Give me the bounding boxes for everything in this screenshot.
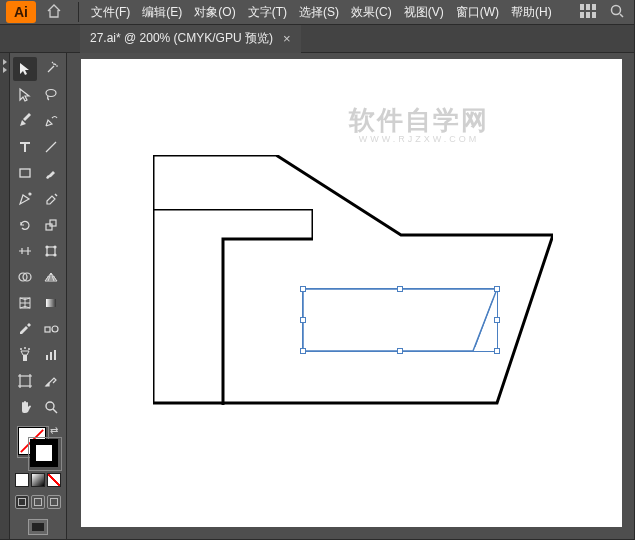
- resize-handle[interactable]: [300, 286, 306, 292]
- draw-behind-icon[interactable]: [31, 495, 45, 509]
- document-tab-title: 27.ai* @ 200% (CMYK/GPU 预览): [90, 30, 273, 47]
- svg-rect-25: [23, 355, 27, 361]
- chevron-right-icon: [3, 59, 7, 65]
- svg-rect-5: [592, 12, 596, 18]
- screen-mode-icon[interactable]: [28, 519, 48, 535]
- panel-collapse-strip[interactable]: [0, 53, 10, 539]
- svg-line-34: [53, 409, 57, 413]
- svg-rect-2: [592, 4, 596, 10]
- svg-rect-31: [54, 350, 56, 360]
- menu-select[interactable]: 选择(S): [293, 4, 345, 21]
- close-tab-icon[interactable]: ×: [283, 31, 291, 46]
- slice-tool[interactable]: [39, 369, 63, 393]
- watermark-text: 软件自学网 WWW.RJZXW.COM: [349, 107, 489, 144]
- home-icon[interactable]: [46, 3, 62, 22]
- artboard-tool[interactable]: [13, 369, 37, 393]
- svg-line-9: [46, 142, 56, 152]
- resize-handle[interactable]: [494, 348, 500, 354]
- artboard[interactable]: 软件自学网 WWW.RJZXW.COM: [81, 59, 622, 527]
- svg-point-11: [29, 193, 31, 195]
- resize-handle[interactable]: [397, 286, 403, 292]
- menu-file[interactable]: 文件(F): [85, 4, 136, 21]
- scale-tool[interactable]: [39, 213, 63, 237]
- width-tool[interactable]: [13, 239, 37, 263]
- selection-tool[interactable]: [13, 57, 37, 81]
- perspective-grid-tool[interactable]: [39, 265, 63, 289]
- vector-shape-step[interactable]: [153, 209, 313, 405]
- color-none-icon[interactable]: [47, 473, 61, 487]
- svg-rect-12: [46, 224, 52, 230]
- svg-point-24: [52, 326, 58, 332]
- resize-handle[interactable]: [300, 317, 306, 323]
- menu-object[interactable]: 对象(O): [188, 4, 241, 21]
- color-solid-icon[interactable]: [15, 473, 29, 487]
- eyedropper-tool[interactable]: [13, 317, 37, 341]
- lasso-tool[interactable]: [39, 83, 63, 107]
- svg-rect-3: [580, 12, 584, 18]
- main-area: ⇄ 软件自学网 WWW.RJZXW.COM: [0, 53, 634, 539]
- curvature-tool[interactable]: [39, 109, 63, 133]
- zoom-tool[interactable]: [39, 395, 63, 419]
- svg-rect-0: [580, 4, 584, 10]
- shape-builder-tool[interactable]: [13, 265, 37, 289]
- app-logo: Ai: [6, 1, 36, 23]
- fill-stroke-swatch[interactable]: ⇄: [16, 425, 60, 469]
- chevron-right-icon: [3, 67, 7, 73]
- direct-selection-tool[interactable]: [13, 83, 37, 107]
- canvas-viewport[interactable]: 软件自学网 WWW.RJZXW.COM: [67, 53, 634, 539]
- hand-tool[interactable]: [13, 395, 37, 419]
- free-transform-tool[interactable]: [39, 239, 63, 263]
- tool-panel: ⇄: [10, 53, 67, 539]
- menu-effect[interactable]: 效果(C): [345, 4, 398, 21]
- draw-inside-icon[interactable]: [47, 495, 61, 509]
- gradient-tool[interactable]: [39, 291, 63, 315]
- rotate-tool[interactable]: [13, 213, 37, 237]
- document-tab[interactable]: 27.ai* @ 200% (CMYK/GPU 预览) ×: [80, 25, 301, 53]
- resize-handle[interactable]: [494, 286, 500, 292]
- svg-rect-30: [50, 352, 52, 360]
- rectangle-tool[interactable]: [13, 161, 37, 185]
- menu-type[interactable]: 文字(T): [242, 4, 293, 21]
- stroke-color-icon[interactable]: [30, 439, 58, 467]
- mesh-tool[interactable]: [13, 291, 37, 315]
- draw-modes: [15, 495, 61, 509]
- svg-rect-32: [20, 376, 30, 386]
- resize-handle[interactable]: [397, 348, 403, 354]
- menu-edit[interactable]: 编辑(E): [136, 4, 188, 21]
- svg-rect-23: [45, 327, 50, 332]
- type-tool[interactable]: [13, 135, 37, 159]
- svg-point-26: [20, 348, 22, 350]
- paintbrush-tool[interactable]: [39, 161, 63, 185]
- svg-line-7: [620, 14, 623, 17]
- document-tabbar: 27.ai* @ 200% (CMYK/GPU 预览) ×: [0, 25, 634, 53]
- workspace-switcher-icon[interactable]: [580, 4, 596, 21]
- separator: [78, 2, 79, 22]
- shaper-tool[interactable]: [13, 187, 37, 211]
- line-segment-tool[interactable]: [39, 135, 63, 159]
- svg-rect-1: [586, 4, 590, 10]
- svg-point-17: [46, 254, 48, 256]
- symbol-sprayer-tool[interactable]: [13, 343, 37, 367]
- svg-point-18: [54, 254, 56, 256]
- svg-point-8: [46, 90, 56, 97]
- svg-point-6: [612, 5, 621, 14]
- eraser-tool[interactable]: [39, 187, 63, 211]
- resize-handle[interactable]: [300, 348, 306, 354]
- draw-normal-icon[interactable]: [15, 495, 29, 509]
- blend-tool[interactable]: [39, 317, 63, 341]
- resize-handle[interactable]: [494, 317, 500, 323]
- svg-rect-10: [20, 169, 30, 177]
- menu-view[interactable]: 视图(V): [398, 4, 450, 21]
- selected-object[interactable]: [303, 289, 497, 351]
- search-icon[interactable]: [610, 4, 624, 21]
- column-graph-tool[interactable]: [39, 343, 63, 367]
- pen-tool[interactable]: [13, 109, 37, 133]
- svg-point-16: [54, 246, 56, 248]
- svg-rect-4: [586, 12, 590, 18]
- menu-window[interactable]: 窗口(W): [450, 4, 505, 21]
- swap-fill-stroke-icon[interactable]: ⇄: [50, 425, 58, 436]
- magic-wand-tool[interactable]: [39, 57, 63, 81]
- svg-rect-29: [46, 355, 48, 360]
- menu-help[interactable]: 帮助(H): [505, 4, 558, 21]
- color-gradient-icon[interactable]: [31, 473, 45, 487]
